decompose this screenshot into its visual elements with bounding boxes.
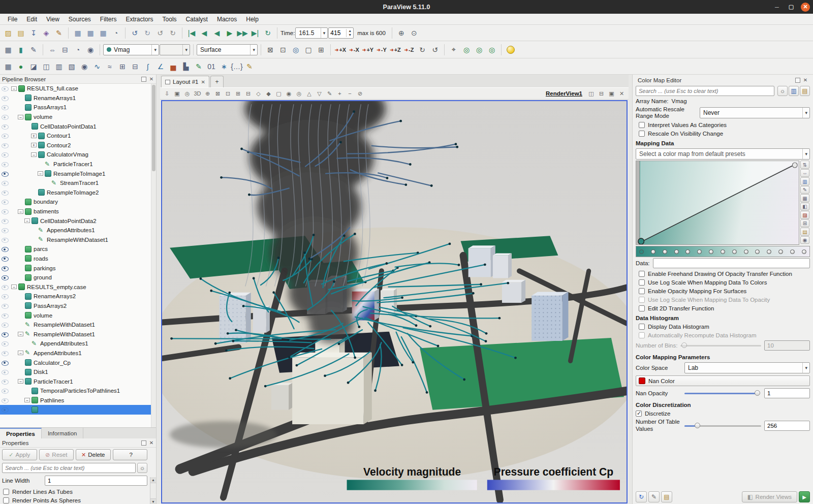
python-icon[interactable]: {…} — [231, 60, 243, 73]
pipeline-scrollbar[interactable] — [151, 84, 156, 427]
colormap-checkbox[interactable]: Interpret Values As Categories — [636, 120, 810, 129]
tf-control-point-start[interactable] — [638, 238, 644, 244]
visibility-eye-icon[interactable] — [2, 151, 9, 158]
property-checkbox[interactable]: Render Points As Spheres — [0, 496, 149, 504]
tf-control-point-end[interactable] — [792, 163, 797, 168]
expander-icon[interactable] — [44, 181, 50, 185]
pipeline-item[interactable]: boundary — [0, 197, 156, 207]
shrink-selection-icon[interactable]: − — [345, 89, 355, 99]
checkbox[interactable] — [639, 332, 645, 338]
visibility-eye-icon[interactable] — [2, 208, 9, 215]
visibility-eye-icon[interactable] — [2, 397, 9, 403]
visibility-eye-icon[interactable] — [2, 293, 9, 300]
data-value-input[interactable] — [653, 258, 810, 268]
reset-center-icon[interactable]: ◎ — [486, 44, 498, 56]
visibility-eye-icon[interactable] — [2, 284, 9, 290]
visibility-eye-icon[interactable] — [2, 133, 9, 139]
pipeline-item[interactable]: AppendAttributes1 — [0, 339, 156, 349]
adjust-camera-icon[interactable]: ◎ — [182, 89, 192, 99]
save-icon[interactable]: ▤ — [15, 27, 27, 39]
expander-icon[interactable] — [18, 275, 23, 280]
view-box1-icon[interactable]: ▦ — [72, 27, 84, 39]
visibility-eye-icon[interactable] — [2, 255, 9, 262]
warp-icon[interactable]: ≈ — [104, 60, 116, 73]
save-colormap-icon[interactable]: ▤ — [800, 86, 810, 96]
axis-view-button[interactable]: -X — [348, 44, 361, 56]
pipeline-item[interactable]: − ParticleTracer1 — [0, 376, 156, 386]
swatch-control-dot[interactable] — [732, 249, 737, 254]
expander-icon[interactable] — [18, 105, 23, 110]
swatch-control-dot[interactable] — [709, 249, 713, 254]
swatch-control-dot[interactable] — [767, 249, 771, 254]
float-panel-icon[interactable] — [141, 440, 146, 446]
expander-icon[interactable]: − — [18, 379, 23, 384]
add-annotation-icon[interactable]: ✎ — [325, 89, 334, 99]
color-space-combo[interactable]: Lab▾ — [684, 362, 810, 373]
glyph-filter-icon[interactable]: ● — [15, 60, 27, 73]
slice-icon[interactable]: ◫ — [40, 60, 52, 73]
integrate-icon[interactable]: ∫ — [142, 60, 154, 73]
pipeline-item[interactable]: ResampleToImage2 — [0, 188, 156, 198]
expander-icon[interactable]: − — [11, 86, 17, 91]
axis-view-button[interactable]: -Z — [402, 44, 416, 56]
colormap-swatch-bar[interactable] — [636, 246, 810, 257]
pipeline-item[interactable]: volume — [0, 310, 156, 320]
nan-opacity-slider[interactable] — [684, 390, 761, 397]
discretize-checkbox[interactable]: Discretize — [636, 409, 810, 418]
visibility-eye-icon[interactable] — [2, 170, 9, 177]
visibility-eye-icon[interactable] — [2, 265, 9, 271]
expander-icon[interactable]: − — [18, 351, 23, 355]
tf-range-icon[interactable]: ⇔ — [800, 169, 809, 177]
checkbox[interactable] — [639, 324, 645, 330]
pipeline-item[interactable]: − ResampleWithDataset1 — [0, 329, 156, 339]
scalar-bar-icon[interactable]: ▮ — [15, 44, 27, 56]
pipeline-item[interactable]: ParticleTracer1 — [0, 160, 156, 169]
checkbox[interactable] — [3, 489, 9, 495]
pipeline-item[interactable]: − batiments — [0, 207, 156, 216]
menu-item[interactable]: View — [42, 15, 64, 24]
menu-item[interactable]: Sources — [64, 15, 96, 24]
visibility-eye-icon[interactable] — [2, 161, 9, 168]
swatch-control-dot[interactable] — [778, 249, 783, 254]
axis-view-button[interactable]: +X — [334, 44, 347, 56]
expander-icon[interactable] — [18, 200, 23, 204]
pipeline-item[interactable]: RenameArrays1 — [0, 93, 156, 103]
zoom-custom-icon[interactable]: ⊙ — [408, 27, 420, 39]
pipeline-item[interactable]: parcs — [0, 244, 156, 254]
colormap-checkbox[interactable]: Use Log Scale When Mapping Data To Opaci… — [636, 295, 810, 304]
pipeline-item[interactable]: + Contour2 — [0, 141, 156, 150]
rescale-mode-combo[interactable]: Never▾ — [700, 107, 810, 118]
light-bulb-icon[interactable] — [507, 46, 515, 54]
redo-icon[interactable]: ↻ — [141, 27, 153, 39]
menu-item[interactable]: Macros — [212, 15, 241, 24]
reset-button[interactable]: ⊘ Reset — [39, 449, 74, 460]
menu-item[interactable]: Edit — [22, 15, 42, 24]
render-views-button[interactable]: ◧ Render Views — [742, 491, 797, 502]
hover-cells-icon[interactable]: △ — [304, 89, 314, 99]
expander-icon[interactable] — [18, 294, 23, 299]
swatch-control-dot[interactable] — [685, 249, 690, 254]
menu-item[interactable]: File — [3, 15, 22, 24]
axis-view-button[interactable]: -Y — [375, 44, 388, 56]
pipeline-item[interactable]: ResampleWithDataset1 — [0, 235, 156, 245]
color-by-icon[interactable]: ▦ — [2, 44, 14, 56]
expander-icon[interactable]: − — [31, 152, 37, 157]
select-polygon-points-icon[interactable]: ◆ — [264, 89, 273, 99]
render-view-title[interactable]: RenderView1 — [546, 90, 582, 97]
pipeline-item[interactable]: roads — [0, 254, 156, 264]
add-layout-tab-button[interactable]: + — [210, 76, 224, 87]
checkbox[interactable] — [639, 305, 645, 311]
pipeline-item[interactable]: StreamTracer1 — [0, 178, 156, 188]
histogram-checkbox[interactable]: Automatically Recompute Data Histogram — [636, 331, 810, 339]
expander-icon[interactable]: − — [18, 332, 23, 336]
pipeline-item[interactable]: − volume — [0, 112, 156, 122]
apply-button[interactable]: ✓ Apply — [2, 449, 37, 460]
group-datasets-icon[interactable]: ⊞ — [116, 60, 129, 73]
transfer-function-editor[interactable] — [636, 161, 799, 245]
expander-icon[interactable] — [24, 124, 30, 129]
rotate-90-cw-icon[interactable]: ↻ — [416, 44, 428, 56]
undo-icon[interactable]: ↺ — [129, 27, 141, 39]
expander-icon[interactable] — [18, 303, 23, 308]
render-viewport[interactable]: Velocity magnitude Pressure coefficient … — [161, 100, 628, 503]
grow-selection-icon[interactable]: + — [335, 89, 345, 99]
